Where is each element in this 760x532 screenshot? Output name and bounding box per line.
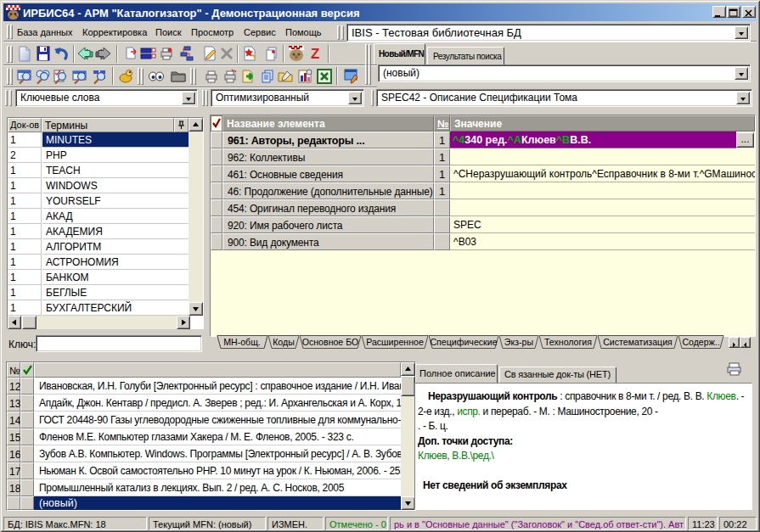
svg-text:Технология: Технология	[544, 337, 592, 347]
svg-text:Экз-ры: Экз-ры	[504, 337, 533, 347]
svg-text:МН-общ.: МН-общ.	[223, 337, 261, 347]
svg-text:Коды: Коды	[273, 337, 295, 347]
svg-text:Систематизация: Систематизация	[603, 337, 673, 347]
svg-text:Специфические: Специфические	[430, 337, 497, 347]
svg-text:Основное БО: Основное БО	[302, 337, 359, 347]
svg-text:Расширенное: Расширенное	[366, 337, 424, 347]
svg-text:Z: Z	[311, 46, 319, 62]
svg-text:Содерж..: Содерж..	[682, 337, 719, 347]
